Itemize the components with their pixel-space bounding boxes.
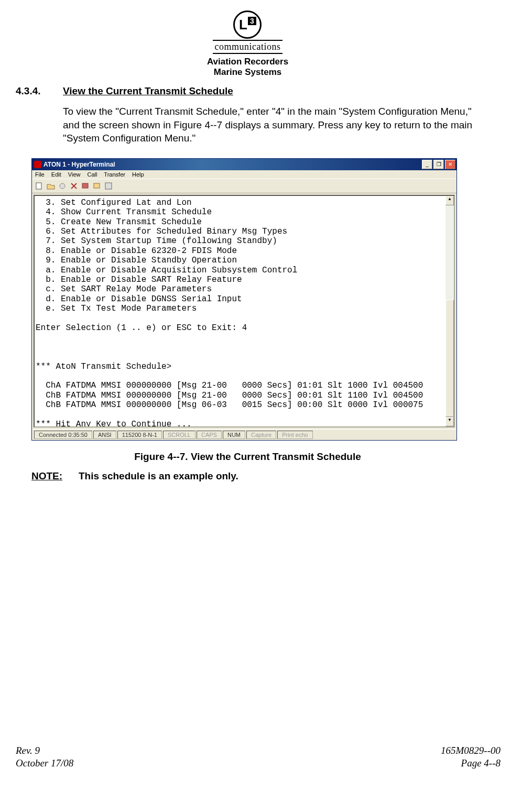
figure-caption: Figure 4--7. View the Current Transmit S…	[16, 451, 480, 463]
window-titlebar: ATON 1 - HyperTerminal _ ❐ ✕	[32, 159, 456, 170]
page-header: L3 communications Aviation Recorders Mar…	[16, 10, 480, 78]
menu-call[interactable]: Call	[88, 171, 97, 178]
open-icon[interactable]	[47, 182, 55, 190]
status-num: NUM	[223, 431, 245, 439]
svg-rect-4	[105, 183, 112, 189]
footer-page: Page 4--8	[441, 757, 501, 770]
new-icon[interactable]	[35, 182, 44, 190]
minimize-button[interactable]: _	[422, 160, 432, 169]
logo-number: 3	[248, 17, 256, 25]
scroll-up-icon[interactable]: ▲	[445, 196, 454, 205]
footer-rev: Rev. 9	[16, 744, 73, 758]
company-logo: L3 communications	[213, 10, 283, 54]
note-label: NOTE:	[31, 470, 79, 482]
hyperterminal-window: ATON 1 - HyperTerminal _ ❐ ✕ File Edit V…	[31, 158, 457, 441]
footer-date: October 17/08	[16, 757, 73, 770]
status-baud: 115200 8-N-1	[117, 431, 162, 439]
call-icon[interactable]	[58, 182, 67, 190]
note-text: This schedule is an example only.	[79, 470, 238, 482]
scroll-down-icon[interactable]: ▼	[445, 417, 454, 426]
footer-docnum: 165M0829--00	[441, 744, 501, 758]
menu-help[interactable]: Help	[132, 171, 144, 178]
note: NOTE: This schedule is an example only.	[31, 470, 480, 482]
properties-icon[interactable]	[104, 182, 113, 190]
maximize-button[interactable]: ❐	[433, 160, 444, 169]
section-heading: 4.3.4. View the Current Transmit Schedul…	[16, 85, 480, 97]
window-title: ATON 1 - HyperTerminal	[44, 161, 422, 168]
status-scroll: SCROLL	[163, 431, 195, 439]
scroll-thumb[interactable]	[445, 300, 454, 417]
status-caps: CAPS	[197, 431, 222, 439]
terminal-area: 3. Set Configured Lat and Lon 4. Show Cu…	[34, 195, 455, 427]
receive-icon[interactable]	[93, 182, 101, 190]
menu-transfer[interactable]: Transfer	[104, 171, 125, 178]
send-icon[interactable]	[81, 182, 90, 190]
menubar: File Edit View Call Transfer Help	[32, 170, 456, 179]
logo-letter: L	[239, 17, 247, 33]
svg-point-1	[60, 183, 65, 189]
section-title: View the Current Transmit Schedule	[63, 85, 233, 97]
menu-edit[interactable]: Edit	[51, 171, 61, 178]
status-connected: Connected 0:35:50	[34, 431, 92, 439]
svg-rect-3	[94, 183, 100, 188]
status-encoding: ANSI	[93, 431, 116, 439]
body-paragraph: To view the "Current Transmit Schedule,"…	[63, 105, 480, 145]
section-number: 4.3.4.	[16, 85, 63, 97]
header-line-1: Aviation Recorders	[16, 57, 480, 67]
svg-rect-0	[36, 183, 41, 189]
toolbar	[32, 179, 456, 193]
status-capture: Capture	[246, 431, 276, 439]
menu-view[interactable]: View	[68, 171, 81, 178]
page-footer: Rev. 9 October 17/08 165M0829--00 Page 4…	[16, 744, 501, 770]
vertical-scrollbar[interactable]: ▲ ▼	[445, 196, 454, 426]
menu-file[interactable]: File	[35, 171, 45, 178]
svg-rect-2	[82, 183, 88, 188]
terminal-text: 3. Set Configured Lat and Lon 4. Show Cu…	[35, 196, 445, 426]
app-icon	[34, 161, 41, 168]
close-button[interactable]: ✕	[445, 160, 455, 169]
header-line-2: Marine Systems	[16, 67, 480, 78]
disconnect-icon[interactable]	[70, 182, 78, 190]
status-printecho: Print echo	[277, 431, 313, 439]
company-name: communications	[213, 40, 283, 54]
statusbar: Connected 0:35:50 ANSI 115200 8-N-1 SCRO…	[32, 429, 456, 440]
